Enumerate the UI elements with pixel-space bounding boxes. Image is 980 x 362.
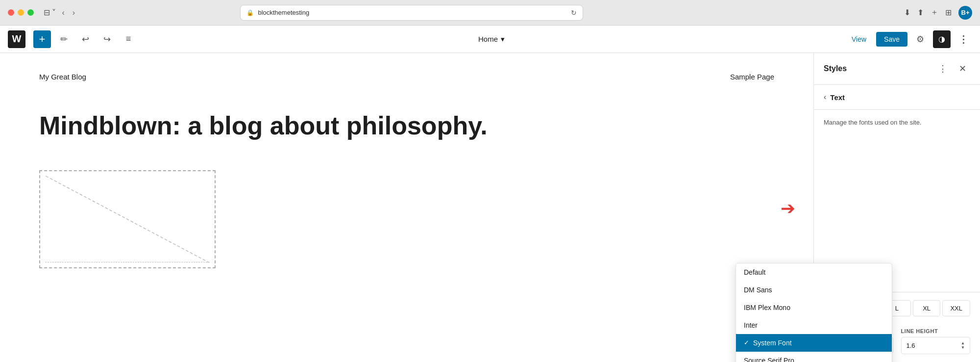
styles-panel: Styles ⋮ ✕ ‹ Text Manage the fonts used … bbox=[813, 53, 980, 362]
forward-btn[interactable]: › bbox=[71, 6, 77, 19]
font-label: Default bbox=[744, 268, 765, 276]
share-icon[interactable]: ⬆ bbox=[917, 8, 924, 17]
main-layout: My Great Blog Sample Page Mindblown: a b… bbox=[0, 53, 980, 362]
size-btn-xl[interactable]: XL bbox=[913, 300, 941, 316]
text-section-header: ‹ Text bbox=[814, 85, 980, 110]
arrow-indicator: ➔ bbox=[781, 198, 795, 219]
chevron-down-icon: ▾ bbox=[501, 35, 505, 44]
font-option-source-serif-pro[interactable]: Source Serif Pro bbox=[736, 352, 892, 362]
line-height-stepper[interactable]: ▲ ▼ bbox=[961, 341, 965, 350]
font-section: ➔ Default DM Sans IBM Plex Mono Inter ✓ … bbox=[814, 135, 980, 292]
panel-header-actions: ⋮ ✕ bbox=[935, 61, 970, 77]
check-icon: ✓ bbox=[744, 339, 749, 346]
browser-actions: ⬇ ⬆ ＋ ⊞ B+ bbox=[904, 6, 972, 20]
settings-btn[interactable]: ⚙ bbox=[911, 30, 929, 48]
browser-chrome: ⊟ ˅ ‹ › 🔒 blockthemetesting ↻ ⬇ ⬆ ＋ ⊞ B+ bbox=[0, 0, 980, 26]
font-label: Inter bbox=[744, 321, 758, 329]
line-height-input[interactable]: 1.6 ▲ ▼ bbox=[901, 337, 971, 354]
reload-btn[interactable]: ↻ bbox=[571, 9, 577, 17]
back-btn[interactable]: ‹ bbox=[60, 6, 66, 19]
list-view-btn[interactable]: ≡ bbox=[120, 30, 137, 48]
downloads-icon[interactable]: ⬇ bbox=[904, 8, 910, 17]
grid-icon[interactable]: ⊞ bbox=[945, 8, 952, 17]
stepper-down-btn[interactable]: ▼ bbox=[961, 346, 965, 350]
wp-toolbar: W + ✏ ↩ ↪ ≡ Home ▾ View Save ⚙ ◑ ⋮ bbox=[0, 26, 980, 53]
sidebar-toggle-btn[interactable]: ⊟ ˅ bbox=[44, 8, 56, 17]
text-section-title: Text bbox=[830, 93, 845, 102]
url-text: blockthemetesting bbox=[258, 9, 309, 16]
dark-mode-toggle[interactable]: ◑ bbox=[933, 30, 951, 48]
save-btn[interactable]: Save bbox=[876, 32, 907, 47]
new-tab-icon[interactable]: ＋ bbox=[931, 7, 938, 18]
font-dropdown[interactable]: Default DM Sans IBM Plex Mono Inter ✓ Sy… bbox=[735, 263, 892, 362]
add-block-btn[interactable]: + bbox=[33, 30, 51, 48]
font-label: System Font bbox=[753, 339, 792, 347]
redo-btn[interactable]: ↪ bbox=[98, 30, 116, 48]
browser-controls: ⊟ ˅ ‹ › bbox=[44, 6, 77, 19]
font-label: IBM Plex Mono bbox=[744, 304, 790, 311]
font-label: Source Serif Pro bbox=[744, 357, 794, 362]
undo-btn[interactable]: ↩ bbox=[76, 30, 94, 48]
font-option-default[interactable]: Default bbox=[736, 263, 892, 281]
image-placeholder bbox=[39, 170, 216, 268]
svg-line-0 bbox=[46, 176, 209, 262]
more-options-btn[interactable]: ⋮ bbox=[955, 31, 972, 47]
home-label: Home bbox=[478, 35, 498, 43]
styles-panel-title: Styles bbox=[824, 64, 847, 73]
panel-more-btn[interactable]: ⋮ bbox=[935, 61, 951, 77]
page-heading: Mindblown: a blog about philosophy. bbox=[39, 110, 774, 141]
traffic-light-red[interactable] bbox=[8, 9, 14, 16]
lock-icon: 🔒 bbox=[246, 9, 254, 16]
styles-panel-header: Styles ⋮ ✕ bbox=[814, 53, 980, 85]
panel-close-btn[interactable]: ✕ bbox=[955, 61, 970, 77]
toolbar-center: Home ▾ bbox=[141, 35, 842, 44]
traffic-light-yellow[interactable] bbox=[18, 9, 24, 16]
line-height-label: LINE HEIGHT bbox=[901, 328, 971, 334]
edit-tool-btn[interactable]: ✏ bbox=[55, 30, 73, 48]
home-nav-btn[interactable]: Home ▾ bbox=[478, 35, 505, 44]
font-option-system-font[interactable]: ✓ System Font bbox=[736, 334, 892, 352]
address-bar[interactable]: 🔒 blockthemetesting ↻ bbox=[240, 5, 583, 21]
toolbar-right: View Save ⚙ ◑ ⋮ bbox=[846, 30, 972, 48]
profile-badge[interactable]: B+ bbox=[958, 6, 972, 20]
line-height-value: 1.6 bbox=[906, 342, 915, 349]
stepper-up-btn[interactable]: ▲ bbox=[961, 341, 965, 345]
panel-description: Manage the fonts used on the site. bbox=[814, 110, 980, 135]
site-nav-link[interactable]: Sample Page bbox=[730, 73, 774, 81]
back-to-styles-btn[interactable]: ‹ bbox=[824, 93, 826, 102]
font-label: DM Sans bbox=[744, 286, 772, 294]
font-option-ibm-plex-mono[interactable]: IBM Plex Mono bbox=[736, 299, 892, 316]
view-btn[interactable]: View bbox=[846, 32, 872, 46]
content-area: My Great Blog Sample Page Mindblown: a b… bbox=[0, 53, 813, 362]
font-option-dm-sans[interactable]: DM Sans bbox=[736, 281, 892, 299]
traffic-light-green[interactable] bbox=[27, 9, 34, 16]
site-header: My Great Blog Sample Page bbox=[39, 73, 774, 81]
line-height-col: LINE HEIGHT 1.6 ▲ ▼ bbox=[901, 328, 971, 354]
size-btn-xxl[interactable]: XXL bbox=[942, 300, 970, 316]
site-name: My Great Blog bbox=[39, 73, 86, 81]
font-option-inter[interactable]: Inter bbox=[736, 316, 892, 334]
wp-logo[interactable]: W bbox=[8, 30, 25, 48]
traffic-lights bbox=[8, 9, 34, 16]
